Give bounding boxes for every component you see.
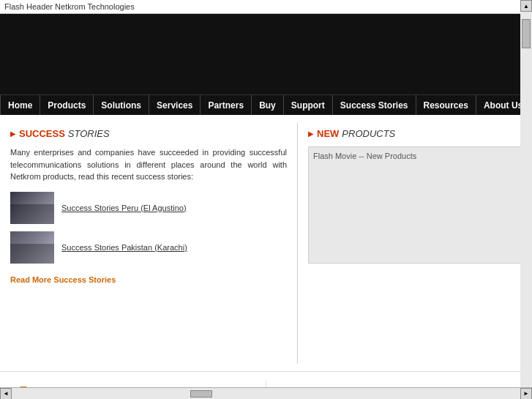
story-item-peru: Success Stories Peru (El Agustino) bbox=[10, 192, 287, 224]
story-link-peru[interactable]: Success Stories Peru (El Agustino) bbox=[61, 204, 187, 212]
flash-header bbox=[0, 14, 532, 94]
read-more-link[interactable]: Read More Success Stories bbox=[10, 275, 116, 284]
vscroll-thumb[interactable] bbox=[522, 19, 531, 48]
new-products-arrow: ▶ bbox=[308, 130, 314, 138]
scroll-right-button[interactable]: ► bbox=[520, 388, 532, 400]
title-bold: SUCCESS bbox=[19, 128, 65, 139]
story-link-pakistan[interactable]: Success Stories Pakistan (Karachi) bbox=[61, 243, 187, 252]
right-column: ▶ NEW PRODUCTS Flash Movie -- New Produc… bbox=[298, 122, 532, 364]
title-italic: STORIES bbox=[68, 128, 110, 139]
scroll-left-button[interactable]: ◄ bbox=[0, 388, 12, 400]
navbar: HomeProductsSolutionsServicesPartnersBuy… bbox=[0, 94, 532, 115]
new-products-bold: NEW bbox=[317, 128, 339, 139]
nav-item-support[interactable]: Support bbox=[284, 95, 333, 115]
vscroll-track bbox=[521, 12, 531, 387]
scroll-track bbox=[15, 390, 517, 398]
nav-item-products[interactable]: Products bbox=[40, 95, 94, 115]
success-stories-title: ▶ SUCCESS STORIES bbox=[10, 128, 287, 139]
story-thumb-pakistan bbox=[10, 231, 54, 264]
new-products-flash-box: Flash Movie -- New Products bbox=[308, 146, 522, 264]
new-products-title: ▶ NEW PRODUCTS bbox=[308, 128, 522, 139]
nav-item-partners[interactable]: Partners bbox=[201, 95, 252, 115]
nav-item-solutions[interactable]: Solutions bbox=[94, 95, 149, 115]
nav-item-success-stories[interactable]: Success Stories bbox=[333, 95, 416, 115]
nav-item-home[interactable]: Home bbox=[0, 95, 40, 115]
nav-item-resources[interactable]: Resources bbox=[416, 95, 476, 115]
section-arrow: ▶ bbox=[10, 130, 16, 138]
success-description: Many enterprises and companies have succ… bbox=[10, 146, 287, 183]
nav-item-services[interactable]: Services bbox=[149, 95, 201, 115]
right-scrollbar: ▲ ▼ bbox=[520, 0, 532, 399]
new-products-flash-label: Flash Movie -- New Products bbox=[313, 152, 416, 160]
story-item-pakistan: Success Stories Pakistan (Karachi) bbox=[10, 231, 287, 264]
nav-item-buy[interactable]: Buy bbox=[252, 95, 284, 115]
bottom-scrollbar: ◄ ► bbox=[0, 387, 532, 399]
scroll-thumb[interactable] bbox=[190, 390, 212, 398]
scroll-up-button[interactable]: ▲ bbox=[520, 0, 532, 12]
main-content: ▶ SUCCESS STORIES Many enterprises and c… bbox=[0, 115, 532, 371]
story-thumb-peru bbox=[10, 192, 54, 224]
new-products-italic: PRODUCTS bbox=[342, 128, 395, 139]
left-column: ▶ SUCCESS STORIES Many enterprises and c… bbox=[0, 122, 298, 364]
title-bar: Flash Header Netkrom Technologies bbox=[0, 0, 532, 14]
